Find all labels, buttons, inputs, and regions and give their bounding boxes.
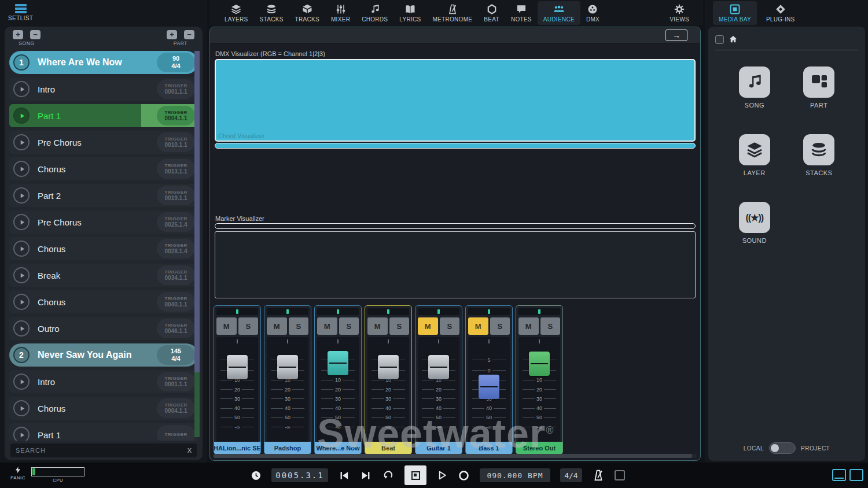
media-tile-layer[interactable]: LAYER xyxy=(739,134,770,176)
tab-lyrics[interactable]: LYRICS xyxy=(393,1,426,25)
channel-name-label[interactable]: Stereo Out xyxy=(516,442,562,454)
channel-name-label[interactable]: Where...e Now xyxy=(315,442,361,454)
channel-name-label[interactable]: Beat xyxy=(365,442,411,454)
part-row-chorus[interactable]: ChorusTRIGGER0004.1.1 xyxy=(9,397,198,420)
part-play-icon[interactable] xyxy=(13,108,30,124)
mixer-horizontal-scrollbar[interactable] xyxy=(214,454,697,458)
part-play-icon[interactable] xyxy=(13,267,30,283)
tab-beat[interactable]: BEAT xyxy=(478,1,505,25)
solo-button[interactable]: S xyxy=(389,317,410,335)
toggle-right-zone-button[interactable] xyxy=(849,469,863,481)
part-play-icon[interactable] xyxy=(13,187,30,204)
part-row-chorus[interactable]: ChorusTRIGGER0013.1.1 xyxy=(9,157,198,180)
media-bay-checkbox[interactable] xyxy=(715,35,724,44)
fader-cap[interactable] xyxy=(479,375,499,399)
fader-cap[interactable] xyxy=(277,355,298,379)
scrollbar-thumb[interactable] xyxy=(214,454,692,458)
fader-track[interactable]: 501020304050-∞ xyxy=(468,337,510,442)
tempo-display[interactable]: 090.000 BPM xyxy=(480,468,550,482)
marker-visualizer-area[interactable] xyxy=(215,231,696,298)
time-format-clock-icon[interactable] xyxy=(251,470,262,481)
play-button[interactable] xyxy=(436,469,448,481)
detach-window-button[interactable]: → xyxy=(665,29,687,41)
part-row-break[interactable]: BreakTRIGGER0034.1.1 xyxy=(9,264,198,287)
channel-name-label[interactable]: Padshop xyxy=(264,442,311,454)
fader-cap[interactable] xyxy=(529,352,550,376)
part-row-intro[interactable]: IntroTRIGGER0001.1.1 xyxy=(9,370,198,393)
channel-strip-stereo-out[interactable]: MS501020304050-∞Stereo Out xyxy=(516,305,563,454)
remove-song-button[interactable]: − xyxy=(30,30,41,39)
channel-name-label[interactable]: HALion...nic SE xyxy=(214,442,260,454)
part-row-pre-chorus[interactable]: Pre ChorusTRIGGER0025.1.4 xyxy=(9,210,198,234)
solo-button[interactable]: S xyxy=(289,317,309,335)
tab-stacks[interactable]: STACKS xyxy=(254,1,289,25)
channel-strip-halion-nic-se[interactable]: MS501020304050-∞HALion...nic SE xyxy=(214,305,261,454)
part-play-icon[interactable] xyxy=(13,241,30,257)
solo-button[interactable]: S xyxy=(440,317,460,335)
search-input[interactable]: SEARCH X xyxy=(10,443,197,457)
part-row-part-2[interactable]: Part 2TRIGGER0019.1.1 xyxy=(9,184,198,207)
song-row-where-are-we-now[interactable]: 1Where Are We Now904/4 xyxy=(9,51,198,74)
time-signature-display[interactable]: 4/4 xyxy=(560,468,582,482)
part-row-intro[interactable]: IntroTRIGGER0001.1.1 xyxy=(9,77,198,101)
channel-name-label[interactable]: Bass 1 xyxy=(466,442,512,454)
fader-cap[interactable] xyxy=(378,355,399,379)
mute-button[interactable]: M xyxy=(518,317,539,335)
solo-button[interactable]: S xyxy=(238,317,259,335)
part-play-icon[interactable] xyxy=(13,400,30,416)
part-row-part-1[interactable]: Part 1TRIGGER0004.1.1 xyxy=(9,104,198,127)
fader-track[interactable]: 501020304050-∞ xyxy=(317,337,359,442)
part-play-icon[interactable] xyxy=(13,374,30,390)
mute-button[interactable]: M xyxy=(267,317,287,335)
tab-mixer[interactable]: MIXER xyxy=(325,1,356,25)
add-song-button[interactable]: + xyxy=(13,30,23,39)
channel-strip-guitar-1[interactable]: MS501020304050-∞Guitar 1 xyxy=(415,305,462,454)
part-play-icon[interactable] xyxy=(13,81,30,97)
media-tile-stacks[interactable]: STACKS xyxy=(803,134,834,176)
fader-track[interactable]: 501020304050-∞ xyxy=(418,337,459,442)
toggle-bottom-zone-button[interactable] xyxy=(832,469,846,481)
time-position-display[interactable]: 0005.3.1 xyxy=(271,468,328,482)
part-row-part-1[interactable]: Part 1TRIGGER xyxy=(9,423,198,441)
tab-plug-ins[interactable]: PLUG-INS xyxy=(760,1,801,25)
tab-chords[interactable]: CHORDS xyxy=(356,1,393,25)
mute-button[interactable]: M xyxy=(418,317,438,335)
part-play-icon[interactable] xyxy=(13,134,30,150)
home-icon[interactable] xyxy=(729,35,738,44)
solo-button[interactable]: S xyxy=(540,317,561,335)
metronome-click-button[interactable] xyxy=(592,469,605,482)
search-clear-button[interactable]: X xyxy=(187,447,192,454)
part-play-icon[interactable] xyxy=(13,214,30,230)
part-play-icon[interactable] xyxy=(13,320,30,337)
solo-button[interactable]: S xyxy=(490,317,510,335)
next-part-button[interactable] xyxy=(360,470,372,481)
channel-strip-padshop[interactable]: MS501020304050-∞Padshop xyxy=(264,305,311,454)
tab-setlist[interactable]: SETLIST xyxy=(8,4,33,21)
setlist-scrollbar[interactable] xyxy=(194,51,200,437)
media-tile-song[interactable]: SONG xyxy=(739,66,770,109)
fader-cap[interactable] xyxy=(428,355,449,379)
mute-button[interactable]: M xyxy=(468,317,488,335)
part-row-pre-chorus[interactable]: Pre ChorusTRIGGER0010.1.1 xyxy=(9,131,198,154)
stop-button[interactable] xyxy=(404,465,426,485)
tab-metronome[interactable]: METRONOME xyxy=(426,1,478,25)
part-play-icon[interactable] xyxy=(13,161,30,177)
record-button[interactable] xyxy=(458,469,470,482)
tab-views[interactable]: VIEWS xyxy=(664,1,695,25)
local-project-toggle[interactable] xyxy=(769,442,796,454)
mute-button[interactable]: M xyxy=(317,317,337,335)
add-part-button[interactable]: + xyxy=(167,30,177,39)
tab-media-bay[interactable]: MEDIA BAY xyxy=(713,1,757,25)
mute-button[interactable]: M xyxy=(367,317,388,335)
part-row-outro[interactable]: OutroTRIGGER0046.1.1 xyxy=(9,317,198,340)
mute-button[interactable]: M xyxy=(216,317,237,335)
transport-checkbox[interactable] xyxy=(615,470,625,480)
solo-button[interactable]: S xyxy=(339,317,359,335)
part-play-icon[interactable] xyxy=(13,294,30,310)
fader-cap[interactable] xyxy=(328,351,348,375)
retrigger-loop-button[interactable] xyxy=(382,469,395,481)
song-row-never-saw-you-again[interactable]: 2Never Saw You Again1454/4 xyxy=(9,343,198,367)
marker-visualizer-bar[interactable] xyxy=(215,223,696,229)
channel-strip-bass-1[interactable]: MS501020304050-∞Bass 1 xyxy=(465,305,513,454)
channel-name-label[interactable]: Guitar 1 xyxy=(415,442,462,454)
